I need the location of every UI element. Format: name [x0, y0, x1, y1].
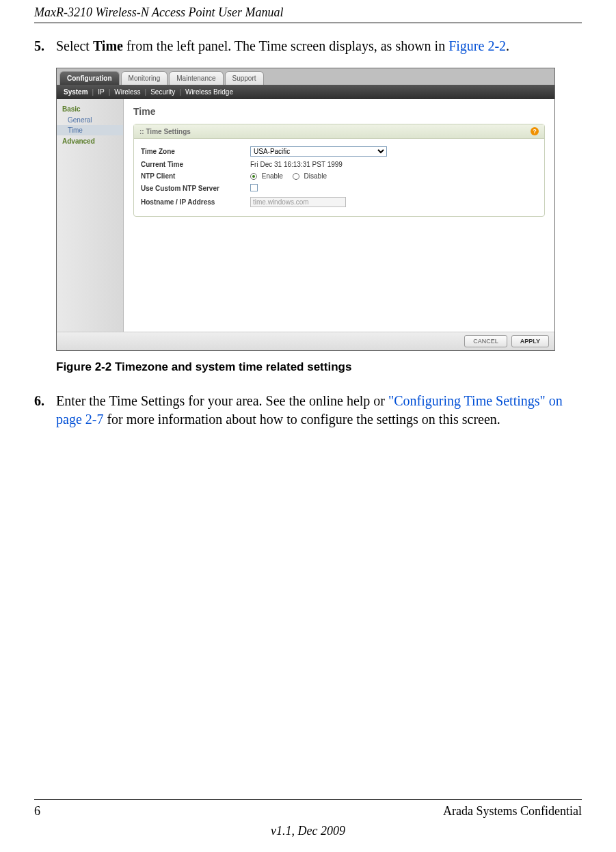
footer-confidential: Arada Systems Confidential	[443, 804, 582, 818]
page-footer: 6 Arada Systems Confidential v1.1, Dec 2…	[34, 799, 582, 838]
step-5-bold: Time	[93, 38, 123, 53]
time-settings-title: :: Time Settings	[139, 128, 191, 135]
current-time-value: Fri Dec 31 16:13:31 PST 1999	[250, 161, 537, 168]
step-5-text: Select Time from the left panel. The Tim…	[56, 37, 582, 55]
row-timezone: Time Zone USA-Pacific	[141, 144, 537, 159]
step-6: 6. Enter the Time Settings for your area…	[34, 392, 582, 429]
document-header: MaxR-3210 Wireless-N Access Point User M…	[34, 0, 582, 23]
ntp-disable-radio[interactable]	[293, 173, 299, 180]
sidebar-item-time[interactable]: Time	[57, 125, 123, 135]
sub-nav: System | IP | Wireless | Security | Wire…	[57, 85, 554, 99]
top-tabs: Configuration Monitoring Maintenance Sup…	[57, 68, 554, 85]
subnav-system[interactable]: System	[64, 88, 88, 96]
step-6-pre: Enter the Time Settings for your area. S…	[56, 393, 388, 408]
subnav-wireless-bridge[interactable]: Wireless Bridge	[185, 88, 233, 96]
hostname-input[interactable]	[250, 197, 346, 207]
cancel-button[interactable]: CANCEL	[464, 335, 507, 347]
footer-row: 6 Arada Systems Confidential	[34, 804, 582, 818]
timezone-select[interactable]: USA-Pacific	[250, 146, 387, 157]
ntp-enable-label: Enable	[262, 172, 283, 180]
screenshot-container: Configuration Monitoring Maintenance Sup…	[56, 68, 582, 351]
timezone-value: USA-Pacific	[250, 146, 537, 157]
main-panel: Time :: Time Settings ? Time Zone USA-Pa…	[124, 99, 554, 332]
time-settings-box: :: Time Settings ? Time Zone USA-Pacific	[133, 124, 545, 217]
time-settings-header: :: Time Settings ?	[134, 124, 544, 139]
current-time-label: Current Time	[141, 161, 250, 168]
ntp-client-label: NTP Client	[141, 172, 250, 180]
step-5-end: .	[506, 38, 509, 53]
sep-icon: |	[109, 88, 111, 96]
time-screen-screenshot: Configuration Monitoring Maintenance Sup…	[56, 68, 555, 351]
hostname-value	[250, 197, 537, 207]
ntp-enable-radio[interactable]	[250, 173, 257, 180]
step-6-text: Enter the Time Settings for your area. S…	[56, 392, 582, 429]
sep-icon: |	[145, 88, 147, 96]
custom-ntp-value	[250, 184, 537, 193]
step-5: 5. Select Time from the left panel. The …	[34, 37, 582, 55]
tab-maintenance[interactable]: Maintenance	[169, 71, 223, 85]
step-5-post: from the left panel. The Time screen dis…	[123, 38, 448, 53]
header-rule	[34, 23, 582, 23]
row-hostname: Hostname / IP Address	[141, 195, 537, 209]
custom-ntp-label: Use Custom NTP Server	[141, 185, 250, 192]
subnav-security[interactable]: Security	[150, 88, 175, 96]
left-sidebar: Basic General Time Advanced	[57, 99, 124, 332]
page-number: 6	[34, 804, 40, 818]
footer-rule	[34, 799, 582, 800]
subnav-ip[interactable]: IP	[98, 88, 104, 96]
step-6-post: for more information about how to config…	[103, 412, 500, 427]
time-settings-body: Time Zone USA-Pacific Current Time Fri D…	[134, 139, 544, 216]
footer-version: v1.1, Dec 2009	[34, 824, 582, 838]
figure-2-2-caption: Figure 2-2 Timezone and system time rela…	[56, 360, 582, 374]
page-title: Time	[133, 106, 545, 117]
sep-icon: |	[179, 88, 181, 96]
tab-support[interactable]: Support	[225, 71, 264, 85]
row-custom-ntp: Use Custom NTP Server	[141, 182, 537, 195]
step-5-pre: Select	[56, 38, 93, 53]
ntp-disable-label: Disable	[304, 172, 327, 180]
tab-monitoring[interactable]: Monitoring	[121, 71, 168, 85]
step-6-number: 6.	[34, 392, 56, 429]
button-row: CANCEL APPLY	[57, 332, 554, 350]
sidebar-basic[interactable]: Basic	[57, 103, 123, 115]
sidebar-item-general[interactable]: General	[57, 115, 123, 125]
content-row: Basic General Time Advanced Time :: Time…	[57, 99, 554, 332]
tab-configuration[interactable]: Configuration	[59, 71, 120, 85]
timezone-label: Time Zone	[141, 148, 250, 155]
apply-button[interactable]: APPLY	[511, 335, 549, 347]
hostname-label: Hostname / IP Address	[141, 198, 250, 206]
custom-ntp-checkbox[interactable]	[250, 184, 258, 191]
row-current-time: Current Time Fri Dec 31 16:13:31 PST 199…	[141, 159, 537, 170]
help-icon[interactable]: ?	[531, 127, 539, 135]
sep-icon: |	[92, 88, 94, 96]
figure-2-2-link[interactable]: Figure 2-2	[448, 38, 506, 53]
sidebar-advanced[interactable]: Advanced	[57, 135, 123, 147]
subnav-wireless[interactable]: Wireless	[114, 88, 140, 96]
step-5-number: 5.	[34, 37, 56, 55]
ntp-client-value: Enable Disable	[250, 172, 537, 180]
row-ntp-client: NTP Client Enable Disable	[141, 170, 537, 182]
